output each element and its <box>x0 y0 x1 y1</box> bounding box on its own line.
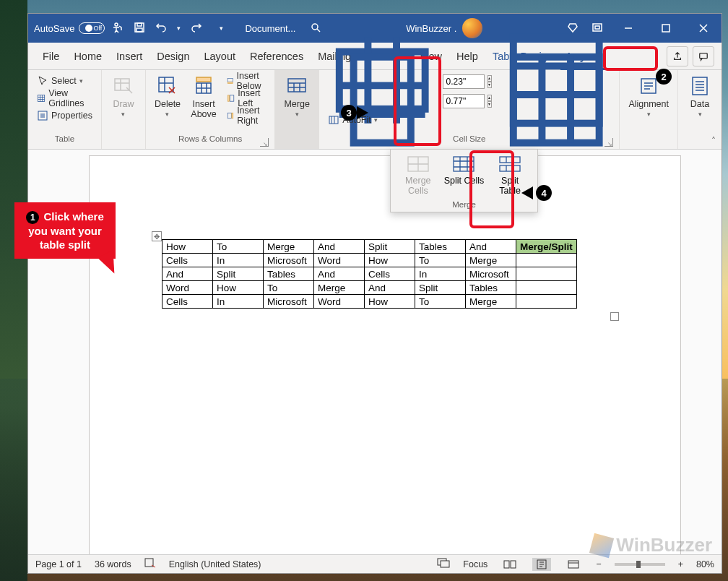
insert-below-button[interactable]: Insert Below <box>224 73 269 89</box>
col-width-spinner[interactable]: ▴▾ <box>488 95 492 108</box>
share-button[interactable] <box>667 46 688 66</box>
minimize-button[interactable] <box>616 14 641 43</box>
search-icon[interactable] <box>310 22 321 35</box>
display-settings-icon[interactable] <box>437 558 450 570</box>
annotation-arrow-4 <box>521 186 533 199</box>
svg-rect-31 <box>441 561 449 567</box>
print-layout-icon[interactable] <box>532 558 551 571</box>
data-icon <box>688 74 711 98</box>
tab-insert[interactable]: Insert <box>109 43 150 70</box>
row-height-spinner[interactable]: ▴▾ <box>488 75 492 88</box>
svg-rect-14 <box>196 77 211 82</box>
autosave[interactable]: AutoSave Off <box>34 22 105 34</box>
tab-references[interactable]: References <box>243 43 311 70</box>
comments-button[interactable] <box>693 46 714 66</box>
ribbon: Select▾ View Gridlines Properties Table … <box>28 70 722 150</box>
select-button[interactable]: Select▾ <box>34 73 86 89</box>
group-rows-columns: Delete▾ Insert Above Insert Below Insert… <box>146 70 275 149</box>
svg-rect-15 <box>228 78 233 82</box>
view-gridlines-button[interactable]: View Gridlines <box>34 90 95 106</box>
properties-icon <box>37 110 48 121</box>
table-row: Cells In Microsoft Word How To Merge <box>162 254 577 267</box>
autosave-label: AutoSave <box>34 23 74 34</box>
svg-rect-19 <box>228 113 231 119</box>
insert-above-button[interactable]: Insert Above <box>188 73 220 121</box>
insert-right-icon <box>227 110 234 121</box>
table-resize-handle[interactable] <box>610 312 619 321</box>
svg-rect-38 <box>500 157 520 163</box>
language[interactable]: English (United States) <box>169 559 261 569</box>
annotation-callout-1: 1 Click where you want your table split <box>14 202 116 259</box>
svg-rect-8 <box>700 53 708 58</box>
document-area[interactable]: How To Merge And Split Tables And Merge/… <box>28 150 722 554</box>
split-cells-item[interactable]: Split Cells <box>443 155 484 196</box>
rows-cols-launcher[interactable] <box>260 138 269 147</box>
document-title[interactable]: Document... <box>245 23 295 34</box>
tab-help[interactable]: Help <box>449 43 485 70</box>
zoom-out[interactable]: − <box>596 559 601 569</box>
redo-icon[interactable] <box>191 22 202 35</box>
tab-file[interactable]: File <box>35 43 66 70</box>
svg-rect-3 <box>136 28 142 32</box>
undo-dropdown[interactable]: ▾ <box>177 25 181 32</box>
page-number[interactable]: Page 1 of 1 <box>35 559 82 569</box>
autosave-toggle[interactable]: Off <box>79 22 105 34</box>
group-draw: Draw▾ <box>102 70 146 149</box>
watermark: WinBuzzer <box>592 534 712 556</box>
svg-rect-24 <box>354 57 411 143</box>
zoom-level[interactable]: 80% <box>696 559 714 569</box>
tab-layout[interactable]: Layout <box>196 43 243 70</box>
statusbar: Page 1 of 1 36 words English (United Sta… <box>28 554 722 573</box>
table-move-handle[interactable] <box>152 231 162 241</box>
read-mode-icon[interactable] <box>500 558 519 571</box>
word-table[interactable]: How To Merge And Split Tables And Merge/… <box>162 239 577 309</box>
delete-button[interactable]: Delete▾ <box>152 73 183 119</box>
account-avatar[interactable] <box>462 18 482 38</box>
data-button[interactable]: Data▾ <box>684 73 716 119</box>
annotation-arrow-3 <box>357 106 368 119</box>
qat-customize[interactable]: ▾ <box>220 25 223 32</box>
web-layout-icon[interactable] <box>564 558 583 571</box>
maximize-button[interactable] <box>654 14 678 43</box>
zoom-in[interactable]: + <box>678 559 683 569</box>
gridlines-icon <box>37 92 46 104</box>
svg-rect-28 <box>693 77 707 95</box>
svg-rect-9 <box>38 95 45 101</box>
col-width-input[interactable] <box>443 94 485 108</box>
insert-left-icon <box>227 92 235 104</box>
tab-home[interactable]: Home <box>66 43 109 70</box>
collapse-ribbon-icon[interactable]: ˄ <box>711 136 716 146</box>
insert-left-button[interactable]: Insert Left <box>224 90 269 106</box>
accessibility-icon[interactable] <box>112 22 124 35</box>
svg-rect-35 <box>568 561 578 568</box>
merge-cells-icon <box>407 155 430 173</box>
table-row: Word How To Merge And Split Tables <box>162 281 577 295</box>
draw-button: Draw▾ <box>108 73 139 119</box>
zoom-slider[interactable] <box>615 563 665 566</box>
save-icon[interactable] <box>134 22 145 35</box>
table-row: And Split Tables And Cells In Microsoft <box>162 267 577 281</box>
undo-icon[interactable] <box>155 22 167 35</box>
cell-size-launcher[interactable] <box>604 138 613 147</box>
row-height-input[interactable] <box>443 74 485 89</box>
insert-right-button[interactable]: Insert Right <box>224 108 269 124</box>
focus-label[interactable]: Focus <box>463 559 488 569</box>
proofing-icon[interactable] <box>144 558 156 570</box>
merge-dropdown-button[interactable]: Merge▾ <box>281 73 313 119</box>
page[interactable]: How To Merge And Split Tables And Merge/… <box>89 155 681 554</box>
word-count[interactable]: 36 words <box>95 559 131 569</box>
svg-rect-32 <box>504 561 509 568</box>
properties-button[interactable]: Properties <box>34 108 95 124</box>
cursor-icon <box>37 75 48 87</box>
tab-design[interactable]: Design <box>150 43 196 70</box>
word-window: AutoSave Off ▾ ▾ Document... WinBuzzer . <box>27 13 722 574</box>
close-button[interactable] <box>691 14 716 43</box>
insert-above-icon <box>192 74 215 98</box>
quick-access-toolbar: ▾ ▾ <box>112 22 223 35</box>
table-row: Cells In Microsoft Word How To Merge <box>162 295 577 309</box>
split-table-icon <box>498 155 521 173</box>
group-table: Select▾ View Gridlines Properties Table <box>28 70 102 149</box>
svg-rect-18 <box>228 95 230 101</box>
svg-rect-39 <box>500 165 520 171</box>
annotation-badge-3: 3 <box>341 105 357 121</box>
